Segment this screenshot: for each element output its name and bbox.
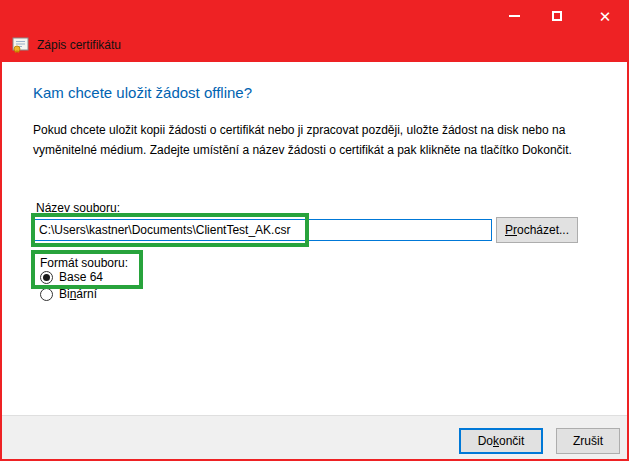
page-title: Kam chcete uložit žádost offline?	[33, 84, 252, 101]
finish-button-label-post: ončit	[499, 434, 524, 448]
window-frame: ✕ Zápis certifikátu Kam chcete uložit žá…	[0, 0, 629, 461]
radio-binary-label-post: ární	[76, 287, 97, 301]
radio-binary[interactable]: Binární	[40, 287, 97, 301]
radio-selected-dot	[43, 274, 50, 281]
instruction-line-2: vyměnitelné médium. Zadejte umístění a n…	[33, 140, 608, 160]
window-title: Zápis certifikátu	[37, 38, 121, 52]
radio-binary-circle	[40, 288, 53, 301]
radio-binary-label: Binární	[59, 287, 97, 301]
maximize-button[interactable]	[546, 7, 568, 25]
certificate-icon	[12, 37, 29, 53]
radio-base64-circle	[40, 271, 53, 284]
maximize-icon	[552, 11, 562, 21]
close-icon: ✕	[599, 9, 612, 24]
wizard-content: Kam chcete uložit žádost offline? Pokud …	[2, 62, 627, 415]
wizard-footer: Dokončit Zrušit	[2, 415, 627, 459]
browse-button-label-post: ocházet...	[517, 223, 569, 237]
browse-button-label-pre: P	[505, 223, 513, 237]
minimize-button[interactable]	[503, 7, 525, 25]
browse-button[interactable]: Procházet...	[496, 217, 578, 243]
filename-label: Název souboru:	[36, 201, 120, 215]
close-button[interactable]: ✕	[594, 7, 616, 25]
finish-button-label-pre: Do	[478, 434, 493, 448]
radio-base64-label: Base 64	[59, 270, 103, 284]
minimize-icon	[509, 15, 520, 17]
radio-base64[interactable]: Base 64	[40, 270, 103, 284]
file-format-label: Formát souboru:	[40, 256, 128, 270]
radio-binary-label-pre: Bi	[59, 287, 70, 301]
filename-input[interactable]	[34, 219, 492, 241]
certificate-enrollment-dialog: ✕ Zápis certifikátu Kam chcete uložit žá…	[0, 0, 629, 461]
window-header: Zápis certifikátu	[12, 37, 121, 53]
instruction-line-1: Pokud chcete uložit kopii žádosti o cert…	[33, 120, 608, 140]
instruction-text: Pokud chcete uložit kopii žádosti o cert…	[33, 120, 608, 160]
finish-button[interactable]: Dokončit	[459, 428, 543, 454]
cancel-button[interactable]: Zrušit	[556, 428, 620, 454]
